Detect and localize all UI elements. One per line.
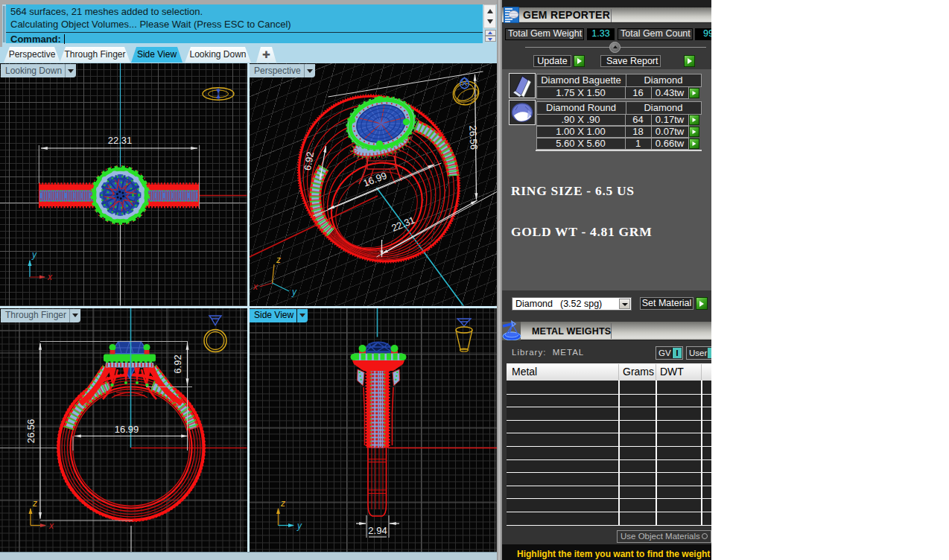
- svg-text:x: x: [48, 521, 54, 531]
- svg-text:y: y: [31, 249, 37, 260]
- svg-text:z: z: [276, 255, 281, 265]
- svg-text:26.56: 26.56: [467, 125, 480, 150]
- svg-text:x: x: [253, 281, 258, 292]
- svg-text:z: z: [280, 498, 285, 509]
- svg-text:16.99: 16.99: [115, 424, 139, 435]
- svg-text:6.92: 6.92: [172, 354, 183, 373]
- svg-text:22.31: 22.31: [390, 214, 416, 234]
- svg-text:2.94: 2.94: [368, 525, 387, 536]
- svg-text:22.31: 22.31: [108, 135, 133, 146]
- svg-text:z: z: [32, 498, 37, 509]
- svg-text:x: x: [47, 272, 53, 282]
- svg-text:y: y: [296, 521, 302, 531]
- svg-text:y: y: [291, 287, 297, 297]
- svg-text:26.56: 26.56: [25, 419, 36, 443]
